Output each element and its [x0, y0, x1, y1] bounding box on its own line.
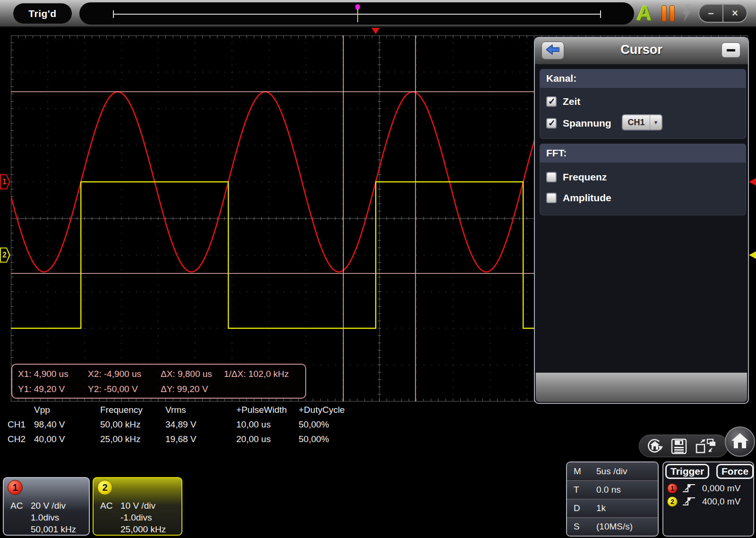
ch2-dutycycle: 50,00% [299, 434, 329, 444]
cursor-dx-value: ΔX: 9,800 us [161, 369, 212, 379]
timebase-value-m: 5us /div [596, 466, 627, 477]
ch2-coupling: AC [100, 501, 112, 511]
cursor-x1-value: X1: 4,900 us [18, 369, 69, 379]
home-button[interactable] [725, 427, 755, 457]
cursor-y1-value: Y1: 49,20 V [18, 384, 65, 394]
kanal-section: Kanal: Zeit Spannung CH1 ▼ [540, 69, 746, 139]
col-header-pulsewidth: +PulseWidth [236, 405, 287, 415]
ch2-trigger-row: 2 400,0 mV [663, 495, 753, 508]
ch2-position: -1.0divs [120, 512, 152, 523]
ch2-frequency: 25,00 kHz [100, 434, 141, 444]
spannung-channel-select[interactable]: CH1 ▼ [622, 114, 662, 130]
selected-channel: CH1 [623, 115, 650, 129]
timebase-row-d: D 1k [567, 499, 658, 518]
autoset-icon[interactable] [646, 438, 664, 457]
amplitude-checkbox[interactable] [546, 193, 557, 203]
horizontal-position-scrollbar[interactable] [79, 2, 634, 25]
timebase-box[interactable]: M 5us /div T 0.0 ns D 1k S (10MS/s) [566, 461, 659, 537]
spannung-row: Spannung CH1 ▼ [546, 117, 735, 129]
timebase-label-t: T [574, 485, 579, 495]
trigger-status-badge: Trig'd [13, 3, 72, 24]
window-controls: – × [698, 4, 747, 23]
col-header-frequency: Frequency [100, 405, 143, 415]
ch1-dutycycle: 50,00% [299, 419, 329, 430]
ch1-scale: 20 V /div [31, 501, 66, 511]
window-titlebar: Trig'd A – × [0, 0, 756, 28]
trigger-info-box: Trigger Force 1 0,000 mV 2 400,0 mV [662, 461, 754, 537]
ch2-pulsewidth: 20,00 us [236, 434, 271, 444]
frequenz-label: Frequenz [563, 171, 607, 183]
cursor-x2-value: X2: -4,900 us [88, 369, 141, 379]
timebase-label-m: M [574, 466, 581, 477]
timebase-row-t: T 0.0 ns [567, 481, 658, 499]
rising-edge-icon [682, 483, 696, 495]
pause-acquisition-icon[interactable] [662, 5, 676, 22]
ch2-vrms: 19,68 V [165, 434, 197, 444]
trigger-status-text: Trig'd [28, 8, 56, 19]
frequenz-checkbox[interactable] [546, 172, 557, 182]
force-trigger-button[interactable]: Force [716, 464, 754, 479]
zeit-checkbox[interactable] [546, 96, 557, 107]
ch2-trigger-level-arrow-icon[interactable] [749, 251, 756, 259]
ch2-trigger-badge: 2 [667, 496, 678, 507]
cursor-panel: Cursor Kanal: Zeit Spannung CH1 ▼ FFT: F… [534, 37, 749, 404]
col-header-dutycycle: +DutyCycle [299, 405, 345, 415]
chevron-down-icon: ▼ [650, 115, 662, 129]
timebase-label-s: S [574, 521, 580, 532]
trigger-button[interactable]: Trigger [665, 464, 709, 479]
ch2-scale: 10 V /div [120, 501, 155, 511]
ch2-badge: 2 [97, 480, 112, 495]
ch1-frequency-readout: 50,001 kHz [31, 524, 76, 535]
scrollbar-left-tick [113, 10, 114, 18]
ch2-settings-box[interactable]: 2 AC 10 V /div -1.0divs 25,000 kHz [93, 477, 182, 536]
fft-section-header: FFT: [540, 144, 746, 162]
kanal-section-header: Kanal: [540, 69, 746, 88]
ch1-coupling: AC [10, 501, 23, 511]
cursor-inv-dx-value: 1/ΔX: 102,0 kHz [224, 369, 289, 379]
row-channel-label: CH1 [8, 419, 26, 430]
window-close-button[interactable]: × [723, 5, 747, 22]
panel-minimize-button[interactable] [722, 43, 740, 58]
table-row: CH2 40,00 V 25,00 kHz 19,68 V 20,00 us 5… [0, 434, 369, 445]
panel-footer [536, 373, 747, 402]
amplitude-label: Amplitude [563, 192, 611, 204]
timebase-row-s: S (10MS/s) [567, 518, 658, 536]
copy-export-icon[interactable] [695, 438, 717, 457]
ch2-vpp: 40,00 V [34, 434, 65, 444]
trigger-position-marker-stem [357, 9, 358, 22]
spannung-checkbox[interactable] [546, 118, 557, 128]
ch1-settings-box[interactable]: 1 AC 20 V /div 1.0divs 50,001 kHz [3, 477, 90, 536]
table-row: CH1 98,40 V 50,00 kHz 34,89 V 10,00 us 5… [0, 419, 369, 431]
timebase-value-s: (10MS/s) [596, 521, 633, 532]
row-channel-label: CH2 [8, 434, 26, 444]
fft-section: FFT: Frequenz Amplitude [540, 144, 746, 215]
ch1-zero-level-marker[interactable]: 1 [0, 174, 10, 189]
ch1-badge: 1 [8, 480, 23, 495]
timebase-row-m: M 5us /div [567, 462, 658, 481]
timebase-label-d: D [574, 503, 580, 513]
oscilloscope-app: { "window": { "trigger_status": "Trig'd"… [0, 0, 756, 538]
lightning-icon [680, 4, 693, 24]
ch1-position: 1.0divs [31, 512, 59, 523]
cursor-dy-value: ΔY: 99,20 V [161, 384, 208, 394]
measurements-header-row: Vpp Frequency Vrms +PulseWidth +DutyCycl… [0, 405, 369, 416]
ch2-zero-level-marker[interactable]: 2 [0, 248, 10, 263]
panel-title: Cursor [535, 43, 748, 57]
ch1-trigger-level: 0,000 mV [702, 483, 740, 494]
save-icon[interactable] [670, 438, 687, 457]
timebase-value-d: 1k [596, 503, 606, 513]
window-minimize-button[interactable]: – [699, 5, 723, 22]
rising-edge-icon [682, 496, 696, 509]
ch1-trigger-row: 1 0,000 mV [663, 482, 753, 495]
zeit-row: Zeit [546, 95, 580, 108]
frequenz-row: Frequenz [546, 171, 607, 183]
timebase-value-t: 0.0 ns [596, 485, 621, 495]
ch1-vrms: 34,89 V [165, 419, 197, 430]
ch1-trigger-level-arrow-icon[interactable] [749, 178, 756, 186]
trigger-position-arrow-icon[interactable] [371, 27, 380, 34]
ch1-trigger-badge: 1 [667, 483, 678, 494]
scrollbar-right-tick [600, 10, 601, 18]
amplitude-row: Amplitude [546, 192, 611, 204]
app-logo: A [636, 1, 653, 26]
zeit-label: Zeit [563, 96, 580, 107]
